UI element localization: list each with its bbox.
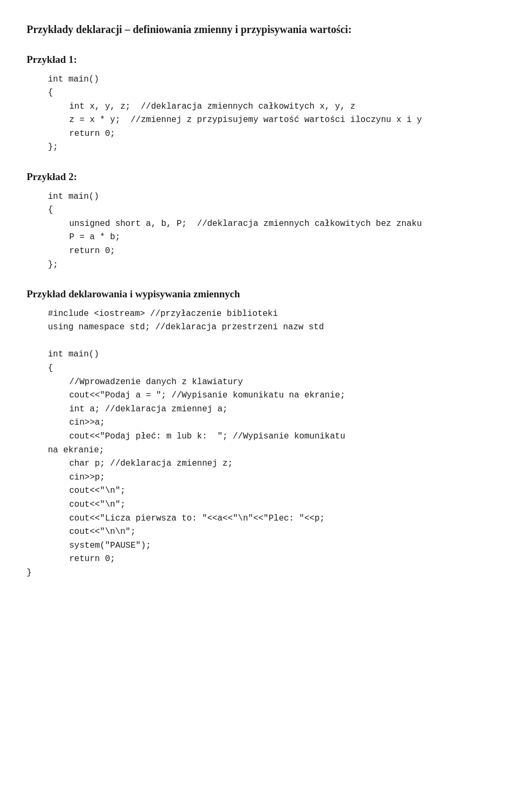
code-line: { [48,362,484,376]
code-line: }; [48,141,484,155]
example2-code: int main() { unsigned short a, b, P; //d… [27,190,484,272]
code-line: int x, y, z; //deklaracja zmiennych całk… [69,100,484,114]
code-line: { [48,86,484,100]
code-line: cout<<"\n"; [69,498,484,512]
page-content: Przykłady deklaracji – definiowania zmie… [27,21,484,580]
code-line: //Wprowadzenie danych z klawiatury [69,376,484,389]
example1-section: Przykład 1: int main() { int x, y, z; //… [27,52,484,155]
code-line: char p; //deklaracja zmiennej z; [69,457,484,471]
code-line: z = x * y; //zmiennej z przypisujemy war… [69,113,484,127]
code-line: return 0; [69,553,484,566]
example3-code: #include <iostream> //przyłaczenie bibli… [27,307,484,580]
code-line: int main() [48,348,484,362]
example2-section: Przykład 2: int main() { unsigned short … [27,169,484,272]
code-line: }; [48,258,484,272]
code-line: cout<<"Licza pierwsza to: "<<a<<"\n"<<"P… [69,512,484,526]
code-line: system("PAUSE"); [69,539,484,553]
code-line: na ekranie; [48,444,484,458]
code-line: cout<<"\n"; [69,484,484,498]
code-line: int main() [48,190,484,204]
example2-heading: Przykład 2: [27,169,484,185]
example3-section: Przykład deklarowania i wypisywania zmie… [27,287,484,580]
code-line: cout<<"Podaj płeć: m lub k: "; //Wypisan… [69,430,484,444]
code-line: return 0; [69,245,484,258]
code-line: { [48,204,484,217]
code-line: cout<<"\n\n"; [69,525,484,539]
code-line: return 0; [69,127,484,141]
code-line: int main() [48,73,484,87]
code-line: cout<<"Podaj a = "; //Wypisanie komunika… [69,389,484,403]
code-line: #include <iostream> //przyłaczenie bibli… [48,307,484,321]
code-line: unsigned short a, b, P; //deklaracja zmi… [69,217,484,231]
code-line: int a; //deklaracja zmiennej a; [69,403,484,417]
code-line: cin>>p; [69,471,484,485]
example3-heading: Przykład deklarowania i wypisywania zmie… [27,287,484,302]
code-line: cin>>a; [69,416,484,430]
code-line [27,335,484,348]
main-heading: Przykłady deklaracji – definiowania zmie… [27,21,484,37]
example1-heading: Przykład 1: [27,52,484,68]
code-line: P = a * b; [69,231,484,245]
example1-code: int main() { int x, y, z; //deklaracja z… [27,73,484,155]
code-line: } [27,566,484,580]
code-line: using namespace std; //deklaracja przest… [48,321,484,335]
